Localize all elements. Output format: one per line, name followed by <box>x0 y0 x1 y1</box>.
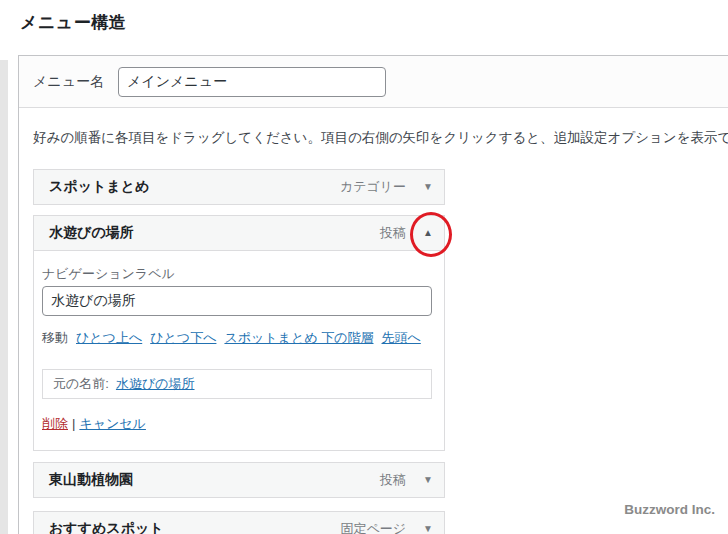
chevron-down-icon[interactable]: ▼ <box>423 475 433 485</box>
menu-item-title: 東山動植物園 <box>49 471 133 489</box>
menu-name-row: メニュー名 <box>19 56 728 108</box>
menu-item-title: おすすめスポット <box>49 520 164 534</box>
menu-item-type-label: 固定ページ <box>340 520 406 534</box>
drag-instructions: 好みの順番に各項目をドラッグしてください。項目の右側の矢印をクリックすると、追加… <box>33 129 728 147</box>
menu-item-settings-panel: ナビゲーションラベル 移動ひとつ上へひとつ下へスポットまとめ 下の階層先頭へ 元… <box>33 251 445 451</box>
menu-item-type-label: 投稿 <box>380 471 406 489</box>
menu-edit-panel: メニュー名 好みの順番に各項目をドラッグしてください。項目の右側の矢印をクリック… <box>18 55 728 534</box>
navigation-label-caption: ナビゲーションラベル <box>42 265 432 282</box>
move-links-row: 移動ひとつ上へひとつ下へスポットまとめ 下の階層先頭へ <box>42 329 432 346</box>
menu-item-handle[interactable]: 東山動植物園 投稿 ▼ <box>33 462 445 498</box>
move-under-parent-link[interactable]: スポットまとめ 下の階層 <box>224 330 373 345</box>
menu-item-title: 水遊びの場所 <box>49 224 134 242</box>
original-name-link[interactable]: 水遊びの場所 <box>116 375 195 393</box>
page-title: メニュー構造 <box>20 11 126 34</box>
menu-name-label: メニュー名 <box>33 73 104 91</box>
menu-item-handle[interactable]: おすすめスポット 固定ページ ▼ <box>33 511 445 534</box>
item-actions-row: 削除|キャンセル <box>42 415 432 432</box>
menu-item-handle[interactable]: スポットまとめ カテゴリー ▼ <box>33 169 445 205</box>
menu-item-type-label: 投稿 <box>380 224 406 242</box>
menu-item-handle[interactable]: 水遊びの場所 投稿 ▲ <box>33 215 445 251</box>
chevron-down-icon[interactable]: ▼ <box>423 182 433 192</box>
move-down-link[interactable]: ひとつ下へ <box>150 330 216 345</box>
chevron-down-icon[interactable]: ▼ <box>423 524 433 534</box>
admin-background-strip <box>0 60 8 534</box>
original-name-label: 元の名前: <box>53 375 109 393</box>
move-label: 移動 <box>42 330 68 345</box>
move-up-link[interactable]: ひとつ上へ <box>76 330 142 345</box>
original-name-box: 元の名前: 水遊びの場所 <box>42 369 432 399</box>
watermark-text: Buzzword Inc. <box>624 502 715 517</box>
menu-item-type-label: カテゴリー <box>340 178 406 196</box>
menu-name-input[interactable] <box>118 67 386 97</box>
navigation-label-input[interactable] <box>42 286 432 316</box>
menu-item-expanded: 水遊びの場所 投稿 ▲ ナビゲーションラベル 移動ひとつ上へひとつ下へスポットま… <box>33 215 445 451</box>
cancel-link[interactable]: キャンセル <box>79 416 146 431</box>
action-separator: | <box>72 416 75 431</box>
menu-item-title: スポットまとめ <box>49 178 149 196</box>
move-to-top-link[interactable]: 先頭へ <box>382 330 421 345</box>
menu-item-list: スポットまとめ カテゴリー ▼ 水遊びの場所 投稿 ▲ ナビゲーションラベル 移… <box>33 169 445 534</box>
delete-link[interactable]: 削除 <box>42 416 68 431</box>
chevron-up-icon[interactable]: ▲ <box>423 228 433 238</box>
